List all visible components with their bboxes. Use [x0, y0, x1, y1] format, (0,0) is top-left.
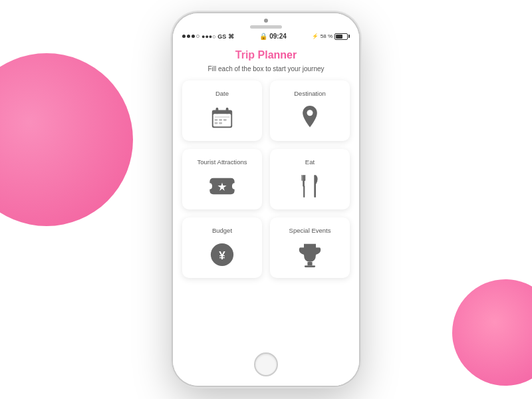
- svg-rect-5: [215, 119, 218, 121]
- destination-card[interactable]: Destination: [270, 80, 350, 141]
- battery-icon: [334, 33, 350, 40]
- svg-rect-21: [305, 265, 315, 267]
- date-label: Date: [215, 90, 229, 97]
- phone-bottom: [173, 346, 359, 386]
- budget-label: Budget: [212, 227, 232, 234]
- svg-point-10: [307, 110, 313, 116]
- lock-icon: 🔒: [259, 33, 267, 40]
- currency-icon: ¥: [208, 241, 236, 269]
- signal-dot-3: [192, 35, 195, 38]
- svg-rect-16: [303, 186, 305, 198]
- background-circle-right: [452, 279, 532, 386]
- food-icon: [296, 172, 324, 200]
- destination-label: Destination: [294, 90, 326, 97]
- phone-top-bar: [173, 13, 359, 31]
- special-events-label: Special Events: [289, 227, 331, 234]
- location-icon: [296, 104, 324, 132]
- phone-speaker: [250, 25, 282, 29]
- status-battery: ⚡ 58 %: [312, 33, 350, 40]
- svg-rect-15: [303, 180, 305, 181]
- ticket-icon: [208, 172, 236, 200]
- carrier-label: ●●●○ GS: [201, 33, 226, 40]
- home-button[interactable]: [254, 352, 278, 376]
- phone-frame: ●●●○ GS ⌘ 🔒 09:24 ⚡ 58 % Trip Planner Fi…: [173, 13, 359, 386]
- svg-rect-7: [223, 119, 227, 121]
- tourist-attractions-label: Tourist Attractions: [198, 158, 247, 166]
- svg-rect-8: [215, 122, 218, 124]
- signal-dot-4: [196, 35, 200, 38]
- svg-rect-2: [216, 108, 219, 114]
- special-events-card[interactable]: Special Events: [270, 217, 350, 278]
- svg-rect-13: [301, 175, 302, 181]
- app-screen: Trip Planner Fill each of the box to sta…: [173, 43, 359, 346]
- budget-card[interactable]: Budget ¥: [182, 217, 262, 278]
- app-title: Trip Planner: [173, 43, 359, 65]
- calendar-icon: [208, 104, 236, 132]
- card-grid: Date: [173, 80, 359, 287]
- trophy-icon: [296, 241, 324, 269]
- background-circle-left: [0, 53, 133, 226]
- status-carrier: ●●●○ GS ⌘: [182, 33, 234, 40]
- signal-dot-2: [187, 35, 190, 38]
- status-time: 🔒 09:24: [259, 33, 287, 40]
- svg-rect-3: [226, 108, 229, 114]
- svg-rect-6: [219, 119, 222, 121]
- eat-label: Eat: [305, 158, 315, 166]
- svg-rect-20: [307, 262, 312, 265]
- date-card[interactable]: Date: [182, 80, 262, 141]
- phone-camera: [264, 19, 268, 23]
- eat-card[interactable]: Eat: [270, 149, 350, 209]
- status-bar: ●●●○ GS ⌘ 🔒 09:24 ⚡ 58 %: [173, 31, 359, 43]
- tourist-attractions-card[interactable]: Tourist Attractions: [182, 149, 262, 209]
- signal-dot-1: [182, 35, 186, 38]
- signal-dots: [182, 35, 200, 38]
- wifi-icon: ⌘: [228, 33, 234, 40]
- svg-rect-4: [215, 116, 230, 118]
- app-subtitle: Fill each of the box to start your journ…: [173, 65, 359, 80]
- svg-rect-9: [219, 122, 222, 124]
- svg-text:¥: ¥: [219, 249, 225, 262]
- svg-rect-17: [314, 175, 316, 198]
- lightning-icon: ⚡: [312, 33, 319, 39]
